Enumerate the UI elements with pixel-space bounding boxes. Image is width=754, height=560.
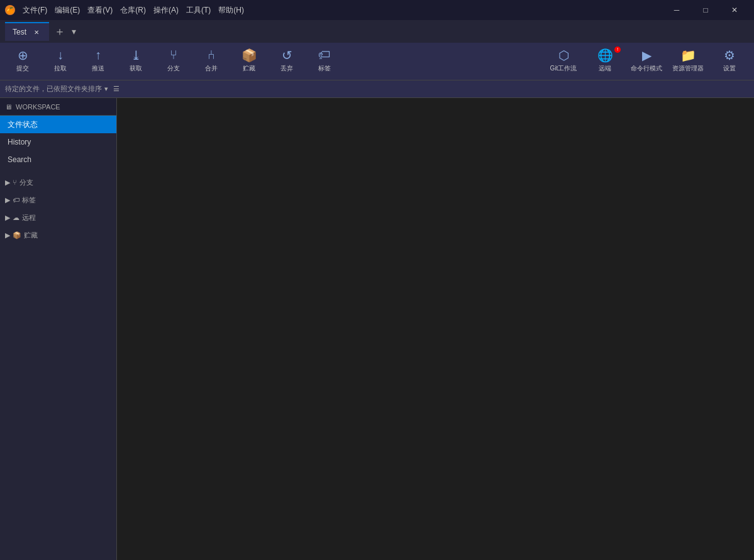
branches-label: 分支	[19, 178, 33, 187]
pull-icon: ↓	[53, 48, 68, 63]
content-wrapper: 使用默认远端 远端细节 需要额外信息 远端名称： 默认远端 URL	[117, 98, 754, 560]
file-status-label: 文件状态	[8, 119, 38, 130]
chevron-right-icon: ▶	[5, 196, 10, 204]
chevron-right-icon: ▶	[5, 231, 10, 239]
chevron-right-icon: ▶	[5, 214, 10, 222]
maximize-button[interactable]: □	[691, 0, 720, 20]
settings-icon: ⚙	[722, 48, 737, 63]
commit-button[interactable]: ⊕ 提交	[5, 45, 40, 78]
window-controls: ─ □ ✕	[662, 0, 749, 20]
breadcrumb-dropdown-icon[interactable]: ▾	[104, 85, 108, 93]
remote-badge: !	[614, 47, 621, 53]
menu-help[interactable]: 帮助(H)	[218, 5, 244, 16]
menu-action[interactable]: 操作(A)	[153, 5, 179, 16]
stash-icon: 📦	[241, 48, 257, 63]
tag-button[interactable]: 🏷 标签	[307, 45, 342, 78]
breadcrumb: 待定的文件，已依照文件夹排序 ▾ ☰	[0, 80, 754, 98]
push-icon: ↑	[91, 48, 106, 63]
sidebar-section-tags[interactable]: ▶ 🏷 标签	[0, 191, 116, 209]
branch-button[interactable]: ⑂ 分支	[156, 45, 191, 78]
menu-tools[interactable]: 工具(T)	[186, 5, 211, 16]
title-bar: 🍊 文件(F) 编辑(E) 查看(V) 仓库(R) 操作(A) 工具(T) 帮助…	[0, 0, 754, 20]
remote-button[interactable]: 🌐 远端 !	[585, 45, 624, 78]
discard-icon: ↺	[279, 48, 294, 63]
chevron-right-icon: ▶	[5, 178, 10, 187]
git-workflow-icon: ⬡	[556, 48, 571, 63]
tab-add-button[interactable]: ＋	[52, 24, 68, 39]
search-label: Search	[8, 155, 31, 164]
menu-edit[interactable]: 编辑(E)	[55, 5, 80, 16]
resource-mgr-icon: 📁	[680, 48, 696, 63]
minimize-button[interactable]: ─	[662, 0, 691, 20]
terminal-icon: ▶	[639, 48, 654, 63]
remote-label: 远程	[22, 213, 36, 222]
tags-label: 标签	[22, 195, 36, 205]
close-button[interactable]: ✕	[720, 0, 749, 20]
menu-view[interactable]: 查看(V)	[87, 5, 113, 16]
sidebar: 🖥 WORKSPACE 文件状态 History Search ▶ ⑂ 分支 ▶…	[0, 98, 117, 560]
tab-test[interactable]: Test ✕	[5, 22, 49, 41]
app-icon: 🍊	[5, 5, 15, 15]
stash-button[interactable]: 📦 贮藏	[231, 45, 267, 78]
git-workflow-button[interactable]: ⬡ Git工作流	[544, 45, 583, 78]
sidebar-item-history[interactable]: History	[0, 133, 116, 151]
discard-button[interactable]: ↺ 丢弃	[269, 45, 304, 78]
tab-close-button[interactable]: ✕	[31, 27, 42, 37]
stash-label: 贮藏	[24, 231, 38, 240]
workspace-header: 🖥 WORKSPACE	[0, 98, 116, 116]
merge-icon: ⑃	[204, 48, 219, 63]
sidebar-section-branches[interactable]: ▶ ⑂ 分支	[0, 173, 116, 191]
breadcrumb-text: 待定的文件，已依照文件夹排序	[5, 84, 102, 94]
branch-icon: ⑂	[13, 178, 17, 186]
remote-cloud-icon: ☁	[13, 214, 19, 222]
menu-repo[interactable]: 仓库(R)	[120, 5, 146, 16]
sidebar-item-file-status[interactable]: 文件状态	[0, 116, 116, 133]
sidebar-item-search[interactable]: Search	[0, 151, 116, 168]
tab-label: Test	[13, 28, 26, 36]
tag-icon: 🏷	[317, 48, 332, 63]
merge-button[interactable]: ⑃ 合并	[194, 45, 229, 78]
sidebar-section-stash[interactable]: ▶ 📦 贮藏	[0, 226, 116, 244]
workspace-icon: 🖥	[5, 103, 12, 111]
remote-icon: 🌐	[597, 48, 613, 63]
terminal-button[interactable]: ▶ 命令行模式	[627, 45, 666, 78]
stash-icon: 📦	[13, 231, 21, 239]
push-button[interactable]: ↑ 推送	[80, 45, 116, 78]
menu-bar: 文件(F) 编辑(E) 查看(V) 仓库(R) 操作(A) 工具(T) 帮助(H…	[23, 5, 244, 16]
main-layout: 🖥 WORKSPACE 文件状态 History Search ▶ ⑂ 分支 ▶…	[0, 98, 754, 560]
tab-dropdown-button[interactable]: ▾	[72, 26, 76, 36]
pull-button[interactable]: ↓ 拉取	[43, 45, 78, 78]
commit-icon: ⊕	[15, 48, 30, 63]
fetch-icon: ⤓	[128, 48, 143, 63]
toolbar-right: ⬡ Git工作流 🌐 远端 ! ▶ 命令行模式 📁 资源管理器 ⚙ 设置	[544, 45, 749, 78]
settings-button[interactable]: ⚙ 设置	[710, 45, 749, 78]
tag-icon: 🏷	[13, 196, 19, 204]
workspace-label: WORKSPACE	[16, 103, 60, 111]
fetch-button[interactable]: ⤓ 获取	[118, 45, 153, 78]
branch-icon: ⑂	[166, 48, 181, 63]
toolbar: ⊕ 提交 ↓ 拉取 ↑ 推送 ⤓ 获取 ⑂ 分支 ⑃ 合并 📦 贮藏 ↺ 丢弃 …	[0, 43, 754, 80]
resource-mgr-button[interactable]: 📁 资源管理器	[668, 45, 707, 78]
sidebar-section-remote[interactable]: ▶ ☁ 远程	[0, 209, 116, 226]
breadcrumb-menu-icon[interactable]: ☰	[113, 85, 119, 93]
menu-file[interactable]: 文件(F)	[23, 5, 47, 16]
tab-bar: Test ✕ ＋ ▾	[0, 20, 754, 43]
history-label: History	[8, 138, 31, 146]
